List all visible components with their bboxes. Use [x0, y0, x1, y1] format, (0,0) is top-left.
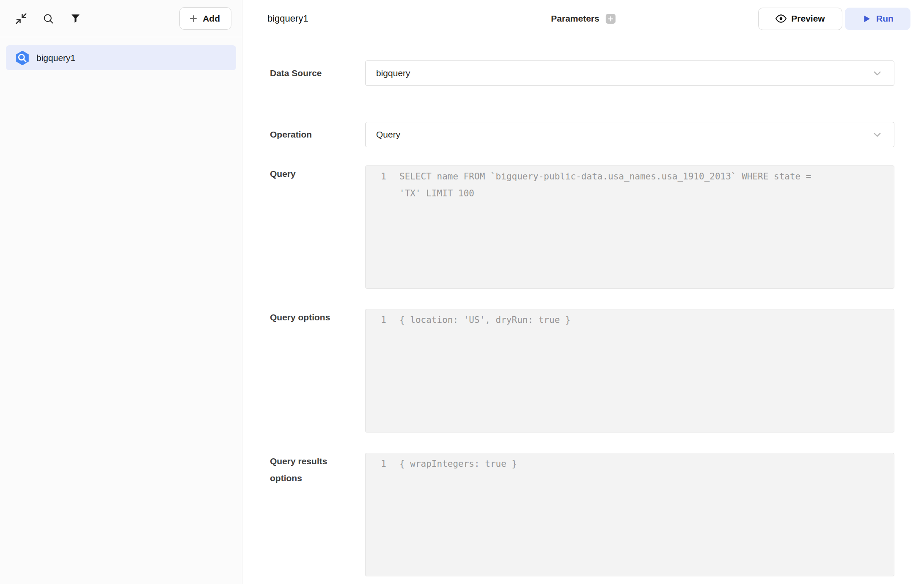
- query-results-options-row: Query results options 1 { wrapIntegers: …: [270, 453, 924, 576]
- query-placeholder-text: SELECT name FROM `bigquery-public-data.u…: [399, 168, 825, 202]
- run-button-label: Run: [876, 14, 894, 24]
- query-code-editor[interactable]: 1 SELECT name FROM `bigquery-public-data…: [365, 165, 894, 289]
- query-row: Query 1 SELECT name FROM `bigquery-publi…: [270, 165, 924, 289]
- plus-icon: [188, 14, 198, 24]
- main-header: bigquery1 Parameters: [242, 0, 924, 37]
- eye-icon: [776, 13, 786, 24]
- sidebar-item-bigquery1[interactable]: bigquery1: [6, 45, 236, 70]
- preview-button[interactable]: Preview: [758, 8, 842, 30]
- play-icon: [862, 14, 872, 24]
- header-actions: Preview Run: [758, 8, 910, 30]
- editor-line: 1 SELECT name FROM `bigquery-public-data…: [366, 166, 894, 202]
- query-results-options-label: Query results options: [270, 453, 357, 487]
- page-title: bigquery1: [267, 13, 308, 24]
- operation-label: Operation: [270, 126, 357, 143]
- query-results-options-placeholder-text: { wrapIntegers: true }: [399, 455, 517, 472]
- query-options-row: Query options 1 { location: 'US', dryRun…: [270, 309, 924, 432]
- add-query-button[interactable]: Add: [179, 7, 231, 30]
- query-list: bigquery1: [0, 37, 242, 70]
- operation-value: Query: [376, 129, 400, 140]
- query-options-placeholder-text: { location: 'US', dryRun: true }: [399, 311, 571, 328]
- operation-row: Operation Query: [270, 122, 924, 147]
- sidebar-toolbar: Add: [0, 0, 242, 37]
- bigquery-icon: [14, 50, 31, 66]
- sidebar: Add bigquery1: [0, 0, 242, 584]
- search-button[interactable]: [39, 9, 58, 28]
- line-number: 1: [366, 455, 386, 472]
- query-label: Query: [270, 165, 357, 182]
- run-button[interactable]: Run: [845, 8, 910, 30]
- filter-icon: [70, 13, 81, 24]
- line-number: 1: [366, 311, 386, 328]
- query-results-options-code-editor[interactable]: 1 { wrapIntegers: true }: [365, 453, 894, 576]
- collapse-icon: [15, 12, 28, 25]
- line-number: 1: [366, 168, 386, 202]
- app-root: Add bigquery1 bigquery1 Parameters: [0, 0, 924, 584]
- data-source-select[interactable]: bigquery: [365, 61, 894, 86]
- add-button-label: Add: [203, 14, 220, 24]
- data-source-row: Data Source bigquery: [270, 61, 924, 86]
- main-panel: bigquery1 Parameters: [242, 0, 924, 584]
- chevron-down-icon: [872, 68, 883, 79]
- filter-button[interactable]: [66, 9, 85, 28]
- list-item-label: bigquery1: [36, 53, 75, 63]
- search-icon: [42, 13, 54, 25]
- data-source-label: Data Source: [270, 65, 357, 82]
- collapse-panel-button[interactable]: [12, 9, 30, 28]
- editor-line: 1 { wrapIntegers: true }: [366, 453, 894, 472]
- data-source-value: bigquery: [376, 68, 410, 78]
- operation-select[interactable]: Query: [365, 122, 894, 147]
- plus-icon: [608, 16, 614, 22]
- query-options-label: Query options: [270, 309, 357, 326]
- query-editor-form: Data Source bigquery Operation Query: [242, 37, 924, 576]
- chevron-down-icon: [872, 129, 883, 140]
- add-parameter-button[interactable]: [606, 14, 616, 24]
- query-options-code-editor[interactable]: 1 { location: 'US', dryRun: true }: [365, 309, 894, 432]
- parameters-label: Parameters: [551, 14, 599, 24]
- preview-button-label: Preview: [791, 14, 825, 24]
- parameters-group: Parameters: [551, 14, 615, 24]
- editor-line: 1 { location: 'US', dryRun: true }: [366, 309, 894, 328]
